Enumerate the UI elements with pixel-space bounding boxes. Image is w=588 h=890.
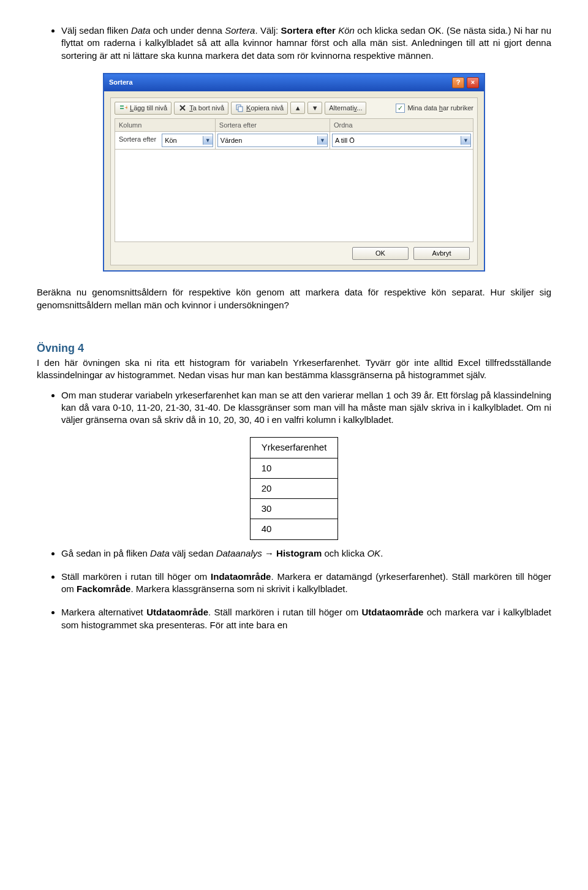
- t: Indataområde: [211, 571, 271, 582]
- col-ordna: Ordna: [330, 118, 473, 132]
- empty-area: [115, 150, 473, 242]
- t: Utdataområde: [362, 607, 424, 617]
- chevron-down-icon: ▼: [317, 136, 327, 145]
- add-icon: +: [119, 104, 127, 112]
- help-icon[interactable]: ?: [452, 77, 464, 88]
- ok-button[interactable]: OK: [352, 247, 409, 260]
- svg-rect-0: [120, 105, 124, 107]
- t: Data: [150, 548, 170, 558]
- options-button[interactable]: Alternativ...: [325, 102, 366, 115]
- t: Utdataområde: [146, 607, 208, 617]
- lbl: ägg till nivå: [134, 104, 167, 112]
- chevron-down-icon: ▼: [203, 136, 213, 145]
- titlebar: Sortera ? ×: [104, 74, 484, 91]
- t: Markera alternativet: [61, 607, 146, 617]
- heading-ovning4: Övning 4: [37, 341, 551, 356]
- dd-value: Värden: [221, 136, 242, 145]
- bullet-class: Om man studerar variabeln yrkeserfarenhe…: [61, 389, 551, 427]
- txt-ital: Sortera: [225, 25, 255, 36]
- txt-bold: Sortera efter: [281, 25, 336, 36]
- move-down-button[interactable]: ▼: [307, 102, 322, 114]
- dialog-toolbar: + Lägg till nivå Ta bort nivå Kopiera ni…: [115, 102, 473, 115]
- arrow-down-icon: ▼: [311, 104, 319, 112]
- col-sortera: Sortera efter: [215, 118, 330, 132]
- bullet-histogram: Gå sedan in på fliken Data välj sedan Da…: [61, 547, 551, 560]
- sort-dialog: Sortera ? × + Lägg till nivå Ta bort niv…: [103, 73, 485, 272]
- t: OK: [367, 548, 380, 558]
- txt: . Välj:: [255, 25, 281, 36]
- class-limits-table: Yrkeserfarenhet 10 20 30 40: [250, 437, 339, 539]
- copy-icon: [235, 104, 244, 112]
- mini-cell: 40: [250, 519, 338, 539]
- lbl: a bort nivå: [193, 104, 224, 112]
- column-dropdown[interactable]: Kön ▼: [162, 134, 213, 147]
- svg-text:+: +: [125, 104, 127, 111]
- txt: och under denna: [151, 25, 225, 36]
- t: . Markera klassgränserna som ni skrivit …: [130, 584, 347, 594]
- sort-row: Sortera efter Kön ▼ Värden ▼: [115, 132, 473, 150]
- svg-rect-1: [120, 108, 124, 109]
- arrow-up-icon: ▲: [293, 104, 302, 112]
- dd-value: A till Ö: [335, 136, 355, 145]
- row-label: Sortera efter: [115, 132, 160, 149]
- t: . Ställ markören i rutan till höger om: [208, 607, 362, 617]
- txt: Välj sedan fliken: [61, 25, 131, 36]
- close-icon[interactable]: ×: [467, 77, 479, 88]
- paragraph-intro4: I den här övningen ska ni rita ett histo…: [37, 357, 551, 382]
- bullet-indata: Ställ markören i rutan till höger om Ind…: [61, 571, 551, 596]
- sort-on-dropdown[interactable]: Värden ▼: [217, 134, 328, 147]
- sort-levels-table: Kolumn Sortera efter Ordna Sortera efter…: [115, 118, 473, 243]
- mini-cell: 10: [250, 458, 338, 478]
- dialog-title: Sortera: [109, 78, 133, 87]
- t: Dataanalys: [216, 548, 262, 558]
- txt-ital: Data: [131, 25, 151, 36]
- add-level-button[interactable]: + Lägg till nivå: [115, 102, 172, 115]
- t: .: [380, 548, 383, 558]
- order-dropdown[interactable]: A till Ö ▼: [332, 134, 471, 147]
- mini-head: Yrkeserfarenhet: [250, 438, 338, 458]
- dd-value: Kön: [165, 136, 177, 145]
- copy-level-button[interactable]: Kopiera nivå: [231, 102, 288, 115]
- svg-rect-6: [238, 107, 243, 112]
- paragraph-calc: Beräkna nu genomsnittsåldern för respekt…: [37, 286, 551, 311]
- move-up-button[interactable]: ▲: [290, 102, 305, 114]
- t: och klicka: [322, 548, 367, 558]
- headers-checkbox[interactable]: ✓ Mina data har rubriker: [396, 104, 473, 113]
- t: Histogram: [276, 548, 322, 558]
- col-kolumn: Kolumn: [115, 118, 216, 132]
- mini-cell: 20: [250, 478, 338, 498]
- check-icon: ✓: [396, 104, 405, 113]
- bullet-1: Välj sedan fliken Data och under denna S…: [61, 25, 551, 62]
- delete-level-button[interactable]: Ta bort nivå: [174, 102, 228, 115]
- delete-icon: [178, 104, 187, 112]
- t: Gå sedan in på fliken: [61, 548, 150, 558]
- cancel-button[interactable]: Avbryt: [413, 247, 470, 260]
- t: Fackområde: [77, 584, 130, 594]
- mini-cell: 30: [250, 499, 338, 519]
- t: Ställ markören i rutan till höger om: [61, 571, 211, 582]
- t: →: [262, 548, 276, 558]
- t: välj sedan: [170, 548, 216, 558]
- txt-ital: Kön: [338, 25, 355, 36]
- bullet-utdata: Markera alternativet Utdataområde. Ställ…: [61, 606, 551, 631]
- lbl: opiera nivå: [251, 104, 284, 112]
- chevron-down-icon: ▼: [461, 136, 470, 145]
